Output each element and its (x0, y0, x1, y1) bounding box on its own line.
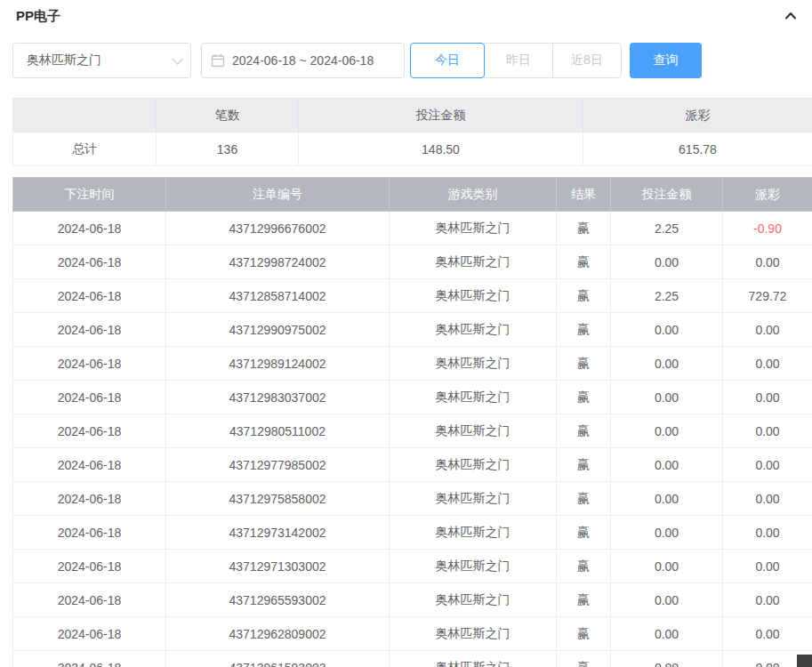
cell-result: 赢 (557, 279, 611, 313)
cell-bet-time: 2024-06-18 (13, 516, 166, 550)
table-row: 2024-06-1843712965593002奥林匹斯之门赢0.000.00 (13, 583, 812, 617)
cell-order-no: 43712973142002 (166, 516, 390, 550)
cell-game-type: 奥林匹斯之门 (390, 347, 557, 381)
header-bet-amount: 投注金额 (611, 178, 723, 212)
table-row: 2024-06-1843712998724002奥林匹斯之门赢0.000.00 (13, 245, 812, 279)
cell-order-no: 43712977985002 (166, 448, 390, 482)
cell-bet-time: 2024-06-18 (13, 279, 166, 313)
quick-button-group: 今日昨日近8日 (410, 43, 622, 78)
summary-total-payout: 615.78 (583, 133, 812, 166)
cell-game-type: 奥林匹斯之门 (390, 279, 557, 313)
cell-game-type: 奥林匹斯之门 (390, 448, 557, 482)
cell-result: 赢 (557, 212, 611, 245)
chevron-down-icon (172, 53, 183, 65)
cell-order-no: 43712990975002 (166, 313, 390, 347)
cell-game-type: 奥林匹斯之门 (390, 482, 557, 516)
cell-payout: 0.00 (723, 550, 812, 583)
cell-bet-amount: 0.00 (611, 651, 723, 667)
cell-order-no: 43712975858002 (166, 482, 390, 516)
cell-bet-time: 2024-06-18 (13, 212, 166, 245)
cell-order-no: 43712998724002 (166, 245, 390, 279)
table-row: 2024-06-1843712961593002奥林匹斯之门赢0.000.00 (13, 651, 812, 667)
header-result: 结果 (557, 178, 611, 212)
table-row: 2024-06-1843712989124002奥林匹斯之门赢0.000.00 (13, 347, 812, 381)
cell-bet-amount: 0.00 (611, 381, 723, 414)
header-payout: 派彩 (723, 178, 812, 212)
cell-bet-amount: 0.00 (611, 313, 723, 347)
quick-button-近8日[interactable]: 近8日 (552, 43, 622, 78)
table-row: 2024-06-1843712973142002奥林匹斯之门赢0.000.00 (13, 516, 812, 550)
summary-header-row: 笔数 投注金额 派彩 (13, 99, 812, 133)
panel-header: PP电子 (0, 0, 812, 25)
cell-bet-amount: 0.00 (611, 414, 723, 448)
cell-payout: 0.00 (723, 482, 812, 516)
cell-game-type: 奥林匹斯之门 (390, 651, 557, 667)
cell-bet-time: 2024-06-18 (13, 245, 166, 279)
quick-button-昨日[interactable]: 昨日 (484, 43, 553, 78)
table-row: 2024-06-1843712962809002奥林匹斯之门赢0.000.00 (13, 617, 812, 651)
cell-bet-time: 2024-06-18 (13, 313, 166, 347)
summary-header-count: 笔数 (157, 99, 299, 133)
table-row: 2024-06-1843712983037002奥林匹斯之门赢0.000.00 (13, 381, 812, 414)
header-bet-time: 下注时间 (13, 178, 166, 212)
cell-bet-time: 2024-06-18 (13, 448, 166, 482)
table-row: 2024-06-1843712980511002奥林匹斯之门赢0.000.00 (13, 414, 812, 448)
cell-order-no: 43712983037002 (166, 381, 390, 414)
cell-game-type: 奥林匹斯之门 (390, 313, 557, 347)
cell-order-no: 43712965593002 (166, 583, 390, 617)
cell-bet-amount: 0.00 (611, 617, 723, 651)
cell-result: 赢 (557, 448, 611, 482)
cell-result: 赢 (557, 651, 611, 667)
table-row: 2024-06-1843712990975002奥林匹斯之门赢0.000.00 (13, 313, 812, 347)
date-range-picker[interactable]: 2024-06-18 ~ 2024-06-18 (201, 43, 405, 78)
page-title: PP电子 (16, 8, 60, 25)
cell-bet-amount: 0.00 (611, 583, 723, 617)
pp-dianzi-panel: PP电子 奥林匹斯之门 2024-06-18 ~ 2024-06-18 今日昨 (0, 0, 812, 667)
header-order-no: 注单编号 (166, 178, 390, 212)
cell-payout: 0.00 (723, 583, 812, 617)
table-row: 2024-06-1843712975858002奥林匹斯之门赢0.000.00 (13, 482, 812, 516)
cell-order-no: 43712996676002 (166, 212, 390, 245)
scrollbar-thumb[interactable] (797, 655, 812, 667)
cell-game-type: 奥林匹斯之门 (390, 516, 557, 550)
cell-result: 赢 (557, 414, 611, 448)
cell-bet-amount: 0.00 (611, 516, 723, 550)
cell-payout: 0.00 (723, 313, 812, 347)
cell-result: 赢 (557, 245, 611, 279)
cell-result: 赢 (557, 516, 611, 550)
cell-order-no: 43712961593002 (166, 651, 390, 667)
cell-payout: 0.00 (723, 414, 812, 448)
cell-payout: -0.90 (723, 212, 812, 245)
cell-bet-time: 2024-06-18 (13, 347, 166, 381)
summary-table: 笔数 投注金额 派彩 总计 136 148.50 615.78 (12, 98, 812, 166)
table-row: 2024-06-1843712971303002奥林匹斯之门赢0.000.00 (13, 550, 812, 583)
cell-payout: 0.00 (723, 448, 812, 482)
cell-bet-time: 2024-06-18 (13, 414, 166, 448)
summary-header-blank (13, 99, 157, 133)
chevron-up-icon[interactable] (784, 9, 798, 23)
cell-bet-time: 2024-06-18 (13, 482, 166, 516)
cell-bet-amount: 0.00 (611, 245, 723, 279)
cell-bet-amount: 0.00 (611, 347, 723, 381)
cell-payout: 0.00 (723, 516, 812, 550)
summary-header-payout: 派彩 (583, 99, 812, 133)
cell-order-no: 43712971303002 (166, 550, 390, 583)
cell-game-type: 奥林匹斯之门 (390, 381, 557, 414)
calendar-icon (211, 53, 225, 68)
table-row: 2024-06-1843712858714002奥林匹斯之门赢2.25729.7… (13, 279, 812, 313)
table-row: 2024-06-1843712977985002奥林匹斯之门赢0.000.00 (13, 448, 812, 482)
query-button[interactable]: 查询 (630, 43, 702, 78)
cell-result: 赢 (557, 482, 611, 516)
filter-row: 奥林匹斯之门 2024-06-18 ~ 2024-06-18 今日昨日近8日 查… (12, 42, 812, 79)
cell-order-no: 43712962809002 (166, 617, 390, 651)
cell-payout: 0.00 (723, 245, 812, 279)
cell-bet-time: 2024-06-18 (13, 381, 166, 414)
header-game-type: 游戏类别 (390, 178, 557, 212)
cell-payout: 0.00 (723, 617, 812, 651)
summary-total-count: 136 (157, 133, 299, 166)
quick-button-今日[interactable]: 今日 (410, 43, 485, 78)
cell-result: 赢 (557, 550, 611, 583)
bet-records-table: 下注时间 注单编号 游戏类别 结果 投注金额 派彩 2024-06-184371… (12, 177, 812, 667)
cell-result: 赢 (557, 347, 611, 381)
game-select[interactable]: 奥林匹斯之门 (12, 43, 191, 78)
